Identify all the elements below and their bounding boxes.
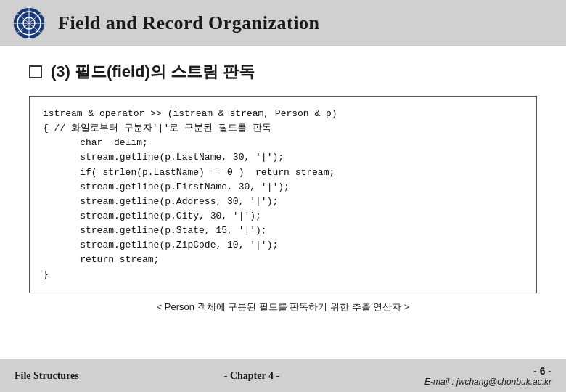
logo-icon: [12, 6, 46, 41]
footer-center-text: - Chapter 4 -: [224, 370, 279, 382]
code-line-6: stream.getline(p.Address, 30, '|');: [43, 195, 523, 209]
code-line-3: stream.getline(p.LastName, 30, '|');: [43, 150, 523, 165]
footer-left-text: File Structures: [15, 370, 79, 382]
main-content: (3) 필드(field)의 스트림 판독 istream & operator…: [0, 46, 566, 359]
footer: File Structures - Chapter 4 - - 6 - E-ma…: [0, 359, 566, 392]
checkbox-icon: [29, 65, 42, 78]
code-line-10: return stream;: [43, 253, 523, 267]
section-heading: (3) 필드(field)의 스트림 판독: [29, 61, 537, 83]
page-title: Field and Record Organization: [58, 12, 319, 34]
code-line-7: stream.getline(p.City, 30, '|');: [43, 209, 523, 224]
footer-right: - 6 - E-mail : jwchang@chonbuk.ac.kr: [424, 365, 551, 387]
code-block: istream & operator >> (istream & stream,…: [29, 96, 537, 293]
footer-email: E-mail : jwchang@chonbuk.ac.kr: [424, 377, 551, 387]
code-line-11: }: [43, 268, 523, 282]
code-line-5: stream.getline(p.FirstName, 30, '|');: [43, 180, 523, 195]
code-line-8: stream.getline(p.State, 15, '|');: [43, 224, 523, 238]
caption: < Person 객체에 구분된 필드를 판독하기 위한 추출 연산자 >: [29, 301, 537, 314]
header: Field and Record Organization: [0, 0, 566, 46]
section-heading-text: (3) 필드(field)의 스트림 판독: [51, 61, 255, 83]
code-line-2: char delim;: [43, 136, 523, 150]
code-line-1: { // 화일로부터 구분자'|'로 구분된 필드를 판독: [43, 121, 523, 136]
footer-page: - 6 -: [533, 365, 551, 377]
code-line-4: if( strlen(p.LastName) == 0 ) return str…: [43, 166, 523, 180]
code-line-0: istream & operator >> (istream & stream,…: [43, 107, 523, 121]
code-line-9: stream.getline(p.ZipCode, 10, '|');: [43, 238, 523, 253]
